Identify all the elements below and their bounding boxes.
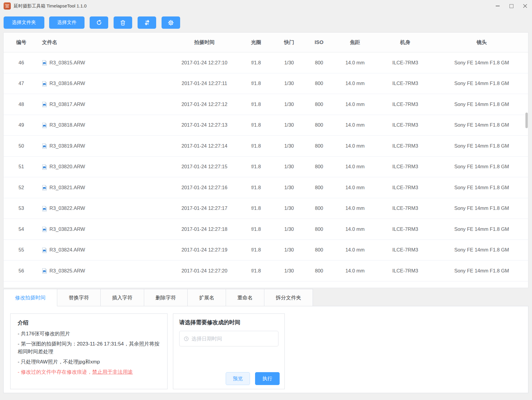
table-row[interactable]: 47R3_03816.ARW2017-01-24 12:27:11f/1.81/… bbox=[4, 73, 528, 94]
cell-aperture: f/1.8 bbox=[237, 177, 275, 198]
cell-shutter: 1/30 bbox=[275, 240, 303, 260]
cell-capture-time: 2017-01-24 12:27:21 bbox=[171, 281, 237, 288]
cell-capture-time: 2017-01-24 12:27:12 bbox=[171, 94, 237, 115]
cell-focal: 14.0 mm bbox=[335, 260, 375, 281]
image-file-icon bbox=[42, 81, 47, 87]
intro-lines: - 共176张可修改的照片- 第一张图的拍摄时间为：2023-11-26 17:… bbox=[18, 330, 160, 376]
cell-body: ILCE-7RM3 bbox=[375, 52, 435, 73]
tab-split-folder[interactable]: 拆分文件夹 bbox=[264, 289, 313, 306]
cell-shutter: 1/30 bbox=[275, 73, 303, 94]
settings-button[interactable] bbox=[162, 16, 180, 29]
cell-capture-time: 2017-01-24 12:27:14 bbox=[171, 136, 237, 156]
image-file-icon bbox=[42, 226, 47, 232]
table-row[interactable]: 51R3_03820.ARW2017-01-24 12:27:15f/1.81/… bbox=[4, 157, 528, 178]
cell-lens: Sony FE 14mm F1.8 GM bbox=[435, 281, 528, 288]
cell-focal: 14.0 mm bbox=[335, 177, 375, 198]
cell-capture-time: 2017-01-24 12:27:20 bbox=[171, 260, 237, 281]
gear-icon bbox=[168, 19, 174, 26]
tab-replace-chars[interactable]: 替换字符 bbox=[57, 289, 101, 306]
cell-iso: 800 bbox=[303, 52, 335, 73]
refresh-icon bbox=[96, 19, 103, 26]
cell-number: 50 bbox=[4, 136, 34, 156]
tab-insert-chars[interactable]: 插入字符 bbox=[100, 289, 144, 306]
delete-button[interactable] bbox=[114, 16, 132, 29]
sort-button[interactable] bbox=[138, 16, 156, 29]
cell-shutter: 1/30 bbox=[275, 177, 303, 198]
cell-shutter: 1/30 bbox=[275, 52, 303, 73]
tab-extension[interactable]: 扩展名 bbox=[187, 289, 226, 306]
file-table: 编号文件名拍摄时间光圈快门ISO焦距机身镜头 46R3_03815.ARW201… bbox=[3, 32, 528, 288]
vertical-scrollbar-thumb[interactable] bbox=[525, 113, 528, 128]
cell-body: ILCE-7RM3 bbox=[375, 94, 435, 115]
table-row[interactable]: 50R3_03819.ARW2017-01-24 12:27:14f/1.81/… bbox=[4, 136, 528, 157]
execute-button[interactable]: 执行 bbox=[255, 372, 280, 385]
cell-capture-time: 2017-01-24 12:27:19 bbox=[171, 240, 237, 260]
table-header: 编号文件名拍摄时间光圈快门ISO焦距机身镜头 bbox=[4, 33, 528, 52]
cell-aperture: f/1.8 bbox=[237, 219, 275, 240]
cell-lens: Sony FE 14mm F1.8 GM bbox=[435, 177, 528, 198]
cell-focal: 14.0 mm bbox=[335, 281, 375, 288]
column-header: 拍摄时间 bbox=[171, 33, 237, 52]
table-row[interactable]: 55R3_03824.ARW2017-01-24 12:27:19f/1.81/… bbox=[4, 240, 528, 261]
cell-shutter: 1/30 bbox=[275, 157, 303, 177]
cell-number: 52 bbox=[4, 177, 34, 198]
tab-modify-capture-time[interactable]: 修改拍摄时间 bbox=[3, 289, 57, 306]
table-row[interactable]: 52R3_03821.ARW2017-01-24 12:27:16f/1.81/… bbox=[4, 177, 528, 198]
close-button[interactable] bbox=[518, 0, 532, 12]
select-folder-button[interactable]: 选择文件夹 bbox=[4, 16, 44, 29]
clock-icon bbox=[184, 336, 189, 341]
cell-lens: Sony FE 14mm F1.8 GM bbox=[435, 240, 528, 260]
cell-lens: Sony FE 14mm F1.8 GM bbox=[435, 115, 528, 136]
cell-number: 48 bbox=[4, 94, 34, 115]
cell-body: ILCE-7RM3 bbox=[375, 115, 435, 136]
cell-filename: R3_03815.ARW bbox=[34, 52, 171, 73]
cell-shutter: 1/30 bbox=[275, 219, 303, 240]
cell-capture-time: 2017-01-24 12:27:18 bbox=[171, 219, 237, 240]
tab-rename[interactable]: 重命名 bbox=[226, 289, 264, 306]
cell-capture-time: 2017-01-24 12:27:15 bbox=[171, 157, 237, 177]
cell-focal: 14.0 mm bbox=[335, 136, 375, 156]
preview-button[interactable]: 预览 bbox=[226, 372, 250, 385]
cell-shutter: 1/30 bbox=[275, 281, 303, 288]
time-select-title: 请选择需要修改成的时间 bbox=[179, 319, 278, 326]
table-row[interactable]: 56R3_03825.ARW2017-01-24 12:27:20f/1.81/… bbox=[4, 260, 528, 281]
cell-lens: Sony FE 14mm F1.8 GM bbox=[435, 198, 528, 219]
cell-filename: R3_03826.ARW bbox=[34, 281, 171, 288]
time-select-box: 请选择需要修改成的时间 选择日期时间 预览 执行 bbox=[173, 313, 285, 389]
maximize-button[interactable] bbox=[504, 0, 518, 12]
cell-body: ILCE-7RM3 bbox=[375, 73, 435, 94]
table-body: 46R3_03815.ARW2017-01-24 12:27:10f/1.81/… bbox=[4, 52, 528, 288]
refresh-button[interactable] bbox=[90, 16, 108, 29]
cell-filename: R3_03816.ARW bbox=[34, 73, 171, 94]
cell-shutter: 1/30 bbox=[275, 260, 303, 281]
select-file-button[interactable]: 选择文件 bbox=[49, 16, 85, 29]
column-header: 机身 bbox=[375, 33, 435, 52]
column-header: 快门 bbox=[275, 33, 303, 52]
cell-filename: R3_03820.ARW bbox=[34, 157, 171, 177]
table-row[interactable]: 49R3_03818.ARW2017-01-24 12:27:13f/1.81/… bbox=[4, 115, 528, 136]
intro-box: 介绍 - 共176张可修改的照片- 第一张图的拍摄时间为：2023-11-26 … bbox=[10, 313, 168, 389]
intro-title: 介绍 bbox=[18, 319, 160, 326]
table-row[interactable]: 53R3_03822.ARW2017-01-24 12:27:17f/1.81/… bbox=[4, 198, 528, 219]
table-row[interactable]: 46R3_03815.ARW2017-01-24 12:27:10f/1.81/… bbox=[4, 52, 528, 73]
tab-delete-chars[interactable]: 删除字符 bbox=[144, 289, 188, 306]
cell-focal: 14.0 mm bbox=[335, 219, 375, 240]
column-header: ISO bbox=[303, 33, 335, 52]
minimize-button[interactable] bbox=[491, 0, 504, 12]
cell-filename: R3_03825.ARW bbox=[34, 260, 171, 281]
intro-line: - 第一张图的拍摄时间为：2023-11-26 17:31:54，其余照片将按相… bbox=[18, 340, 160, 356]
cell-iso: 800 bbox=[303, 94, 335, 115]
cell-number: 51 bbox=[4, 157, 34, 177]
table-row[interactable]: 57R3_03826.ARW2017-01-24 12:27:21f/1.81/… bbox=[4, 281, 528, 288]
datetime-input[interactable]: 选择日期时间 bbox=[179, 331, 278, 346]
datetime-placeholder: 选择日期时间 bbox=[192, 335, 222, 342]
cell-lens: Sony FE 14mm F1.8 GM bbox=[435, 260, 528, 281]
sort-icon bbox=[144, 19, 150, 26]
cell-aperture: f/1.8 bbox=[237, 136, 275, 156]
table-row[interactable]: 54R3_03823.ARW2017-01-24 12:27:18f/1.81/… bbox=[4, 219, 528, 240]
cell-lens: Sony FE 14mm F1.8 GM bbox=[435, 157, 528, 177]
table-row[interactable]: 48R3_03817.ARW2017-01-24 12:27:12f/1.81/… bbox=[4, 94, 528, 115]
cell-aperture: f/1.8 bbox=[237, 94, 275, 115]
cell-aperture: f/1.8 bbox=[237, 240, 275, 260]
image-file-icon bbox=[42, 101, 47, 107]
